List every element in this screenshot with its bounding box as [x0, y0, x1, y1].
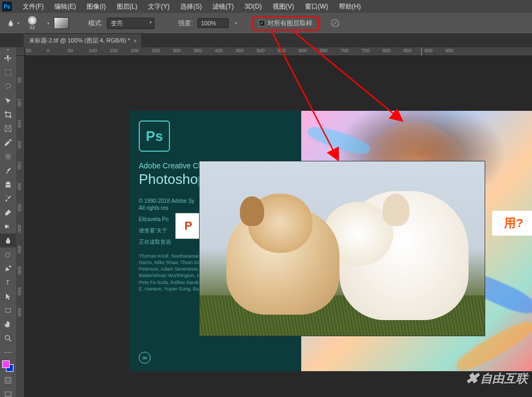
clone-stamp-tool[interactable] [0, 178, 16, 192]
ruler-tick: 50 [68, 48, 73, 53]
ruler-tick: 250 [152, 48, 160, 53]
canvas-text-overlay: 用? [492, 211, 532, 236]
ruler-tick: 100 [17, 98, 22, 107]
ruler-tick: 500 [17, 266, 22, 274]
ps-logo-icon: Ps [2, 2, 12, 11]
hand-tool[interactable] [0, 317, 16, 331]
foreground-color-swatch[interactable] [2, 360, 10, 368]
ruler-tick: 350 [17, 203, 22, 211]
brush-tool[interactable] [0, 164, 16, 178]
ruler-vertical[interactable]: 50 100 150 200 250 300 350 400 450 500 5… [16, 56, 25, 397]
strength-label: 强度: [178, 19, 193, 28]
pressure-icon[interactable] [329, 17, 342, 30]
blur-tool[interactable] [0, 233, 16, 247]
ps-icon: Ps [139, 120, 170, 152]
menu-file[interactable]: 文件(F) [17, 0, 49, 13]
sample-all-layers-checkbox[interactable]: ✓ 对所有图层取样 [252, 16, 319, 31]
menu-type[interactable]: 文字(Y) [143, 0, 175, 13]
svg-rect-9 [5, 378, 11, 384]
watermark-text: 自由互联 [480, 371, 528, 387]
menu-3d[interactable]: 3D(D) [239, 1, 267, 12]
mode-combo[interactable]: 变亮▾ [107, 18, 154, 29]
brush-size-label: 62 [30, 25, 35, 30]
canvas-image-puppies [199, 161, 485, 336]
ruler-tick: 750 [361, 48, 370, 53]
ruler-tick: 550 [278, 48, 286, 53]
toolbox: » T ⋯ [0, 47, 16, 397]
chevron-down-icon[interactable]: ▾ [235, 21, 237, 26]
menu-window[interactable]: 窗口(W) [300, 0, 334, 13]
current-tool-icon[interactable]: ▾ [6, 17, 19, 30]
options-bar: ▾ 62 ▾ 模式: 变亮▾ 强度: 100% ▾ ✓ 对所有图层取样 [0, 13, 532, 33]
brush-preview-icon [28, 16, 37, 25]
ruler-corner [16, 47, 25, 56]
quick-mask-icon[interactable] [0, 373, 16, 387]
move-tool[interactable] [0, 52, 16, 66]
menu-edit[interactable]: 编辑(E) [49, 0, 81, 13]
spot-heal-tool[interactable] [0, 150, 16, 164]
ruler-tick: 400 [215, 48, 223, 53]
expand-toolbox-icon[interactable]: » [0, 47, 16, 52]
svg-point-5 [5, 253, 10, 257]
ruler-tick: 150 [17, 119, 22, 127]
eraser-tool[interactable] [0, 205, 16, 219]
canvas-stage[interactable]: 用? Ps Adobe Creative Cl Photoshop © 1990… [25, 56, 532, 397]
work-area: 50 0 50 100 150 200 250 300 350 400 450 … [16, 47, 532, 397]
ruler-cursor-marker [421, 47, 422, 56]
ruler-tick: 700 [341, 48, 349, 53]
rectangle-tool[interactable] [0, 303, 16, 317]
ruler-tick: 250 [17, 161, 22, 169]
chevron-down-icon[interactable]: ▾ [47, 21, 49, 26]
quick-select-tool[interactable] [0, 94, 16, 108]
brush-preset-picker[interactable]: 62 [24, 15, 41, 32]
zoom-tool[interactable] [0, 331, 16, 345]
screen-mode-icon[interactable] [0, 387, 16, 397]
watermark: ✖ 自由互联 [466, 370, 528, 387]
svg-rect-1 [5, 70, 11, 76]
menu-image[interactable]: 图像(I) [81, 0, 111, 13]
frame-tool[interactable] [0, 122, 16, 136]
ruler-tick: 550 [17, 287, 22, 295]
menu-layer[interactable]: 图层(L) [111, 0, 143, 13]
checkbox-icon: ✓ [259, 20, 265, 26]
lasso-tool[interactable] [0, 80, 16, 94]
edit-toolbar-icon[interactable]: ⋯ [0, 345, 16, 359]
ruler-tick: 400 [17, 224, 22, 232]
document-tab[interactable]: 未标题-2.tif @ 100% (图层 4, RGB/8) * × [24, 33, 141, 47]
type-tool[interactable]: T [0, 275, 16, 289]
ruler-tick: 50 [26, 48, 31, 53]
ruler-tick: 200 [131, 48, 139, 53]
eyedropper-tool[interactable] [0, 136, 16, 150]
close-icon[interactable]: × [133, 38, 137, 44]
ruler-tick: 350 [194, 48, 202, 53]
ruler-tick: 650 [320, 48, 328, 53]
watermark-icon: ✖ [464, 370, 480, 387]
creative-cloud-icon: ∞ [139, 352, 151, 364]
rect-marquee-tool[interactable] [0, 66, 16, 80]
menu-select[interactable]: 选择(S) [175, 0, 207, 13]
gradient-tool[interactable] [0, 219, 16, 233]
pen-tool[interactable] [0, 261, 16, 275]
ruler-tick: 0 [47, 48, 49, 53]
menu-filter[interactable]: 滤镜(T) [207, 0, 239, 13]
strength-combo[interactable]: 100% [197, 18, 229, 28]
menu-view[interactable]: 视图(V) [267, 0, 300, 13]
path-select-tool[interactable] [0, 289, 16, 303]
ruler-tick: 50 [17, 77, 22, 83]
svg-point-8 [5, 336, 10, 340]
sample-all-layers-label: 对所有图层取样 [267, 19, 313, 28]
document-tab-bar: 未标题-2.tif @ 100% (图层 4, RGB/8) * × [0, 33, 532, 47]
ruler-horizontal[interactable]: 50 0 50 100 150 200 250 300 350 400 450 … [25, 47, 532, 56]
crop-tool[interactable] [0, 108, 16, 122]
chevron-down-icon: ▾ [17, 21, 19, 26]
ruler-tick: 800 [382, 48, 391, 53]
chevron-down-icon: ▾ [150, 20, 152, 25]
color-swatches[interactable] [0, 359, 16, 373]
menu-help[interactable]: 帮助(H) [334, 0, 366, 13]
history-brush-tool[interactable] [0, 192, 16, 205]
brush-panel-icon[interactable] [54, 17, 69, 29]
ruler-tick: 200 [17, 140, 22, 148]
ruler-tick: 100 [89, 48, 97, 53]
ruler-tick: 150 [110, 48, 118, 53]
dodge-tool[interactable] [0, 247, 16, 261]
